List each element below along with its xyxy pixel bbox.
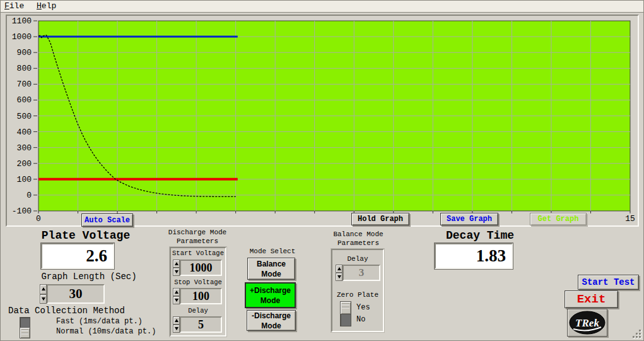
y-tick-label: 300 (17, 143, 32, 153)
y-tick-label: 1000 (12, 32, 32, 42)
decay-time-value: 1.83 (435, 243, 513, 269)
neg-discharge-line2: Mode (261, 321, 281, 331)
auto-scale-button[interactable]: Auto Scale (81, 213, 133, 227)
spin-up-icon[interactable] (173, 288, 180, 296)
balance-delay-value[interactable]: 3 (342, 265, 380, 281)
graph-length-spinner[interactable] (40, 284, 47, 304)
zero-plate-toggle[interactable] (340, 301, 351, 326)
zero-plate-yes-label: Yes (356, 303, 370, 312)
y-tick-label: 400 (17, 128, 32, 137)
y-tick-label: 500 (17, 112, 32, 121)
trek-logo-icon: TRek (568, 310, 606, 335)
spin-up-icon[interactable] (40, 284, 47, 294)
negative-discharge-mode-button[interactable]: -Discharge Mode (247, 310, 296, 331)
stop-voltage-value[interactable]: 100 (180, 288, 222, 304)
discharge-delay-spinner[interactable] (173, 316, 180, 333)
spin-down-icon[interactable] (336, 273, 342, 281)
start-voltage-label: Start Voltage (171, 249, 225, 257)
save-graph-button[interactable]: Save Graph (440, 213, 498, 225)
stop-voltage-spinner[interactable] (173, 288, 180, 304)
spin-down-icon[interactable] (173, 325, 180, 333)
spin-down-icon[interactable] (173, 296, 180, 304)
spin-up-icon[interactable] (173, 260, 180, 268)
y-tick-label: 1100 (12, 16, 32, 26)
y-tick-label: 900 (17, 48, 32, 57)
positive-discharge-mode-button[interactable]: +Discharge Mode (245, 282, 296, 308)
discharge-params-title-2: Parameters (160, 237, 235, 245)
data-collection-normal-label: Normal (10ms/data pt.) (56, 327, 156, 336)
balance-params-title-2: Parameters (320, 239, 396, 247)
trek-logo: TRek (567, 309, 607, 337)
trek-logo-text: TRek (575, 317, 599, 329)
plate-voltage-title: Plate Voltage (23, 229, 149, 242)
spin-down-icon[interactable] (173, 268, 180, 276)
graph-panel: 110010009008007006005004003002001000-100… (6, 15, 639, 227)
data-collection-label: Data Collection Method (8, 306, 141, 316)
y-tick-label: 600 (17, 95, 32, 105)
discharge-delay-value[interactable]: 5 (180, 316, 222, 333)
decay-chart: 110010009008007006005004003002001000-100… (7, 16, 638, 225)
graph-length-value[interactable]: 30 (47, 284, 105, 304)
spin-up-icon[interactable] (336, 265, 342, 273)
resize-grip-icon[interactable] (639, 336, 641, 338)
pos-discharge-line1: +Discharge (250, 285, 291, 296)
application-window: File Help 110010009008007006005004003002… (0, 0, 644, 341)
balance-delay-label: Delay (332, 255, 383, 263)
y-tick-label: 0 (26, 191, 32, 200)
balance-params-title-1: Balance Mode (320, 230, 396, 238)
exit-button[interactable]: Exit (565, 290, 618, 308)
neg-discharge-line1: -Discharge (252, 311, 291, 321)
mode-select-label: Mode Select (235, 248, 310, 255)
decay-time-title: Decay Time (417, 229, 543, 242)
menu-help[interactable]: Help (33, 1, 60, 12)
zero-plate-no-label: No (356, 315, 365, 324)
get-graph-button[interactable]: Get Graph (530, 213, 587, 225)
menu-file[interactable]: File (1, 1, 28, 12)
spin-down-icon[interactable] (40, 294, 47, 304)
zero-plate-label: Zero Plate (332, 291, 383, 299)
data-collection-fast-label: Fast (1ms/data pt.) (56, 317, 143, 326)
x-tick-label: 15 (625, 214, 635, 224)
balance-mode-button[interactable]: Balance Mode (247, 258, 295, 280)
graph-length-label: Graph Length (Sec) (26, 272, 152, 282)
discharge-params-panel: Start Voltage 1000 Stop Voltage 100 Dela… (170, 247, 226, 337)
hold-graph-button[interactable]: Hold Graph (351, 213, 409, 225)
spin-up-icon[interactable] (173, 316, 180, 325)
discharge-delay-label: Delay (171, 307, 225, 314)
y-tick-label: 200 (17, 159, 32, 169)
y-tick-label: 800 (17, 64, 32, 73)
start-voltage-value[interactable]: 1000 (180, 260, 222, 276)
y-tick-label: 100 (17, 175, 32, 184)
start-test-button[interactable]: Start Test (578, 275, 639, 290)
stop-voltage-label: Stop Voltage (171, 278, 225, 286)
balance-delay-spinner[interactable] (336, 265, 342, 281)
data-collection-toggle[interactable] (20, 317, 30, 338)
x-tick-label: 0 (36, 214, 41, 224)
y-tick-label: -100 (12, 206, 32, 216)
balance-params-panel: Delay 3 Zero Plate Yes No (331, 249, 384, 332)
balance-mode-line1: Balance (257, 259, 286, 269)
plate-voltage-value: 2.6 (41, 243, 114, 269)
pos-discharge-line2: Mode (261, 296, 280, 306)
start-voltage-spinner[interactable] (173, 260, 180, 276)
balance-mode-line2: Mode (261, 269, 281, 279)
menu-bar: File Help (1, 1, 643, 13)
discharge-params-title-1: Discharge Mode (160, 229, 235, 236)
y-tick-label: 700 (17, 80, 32, 89)
